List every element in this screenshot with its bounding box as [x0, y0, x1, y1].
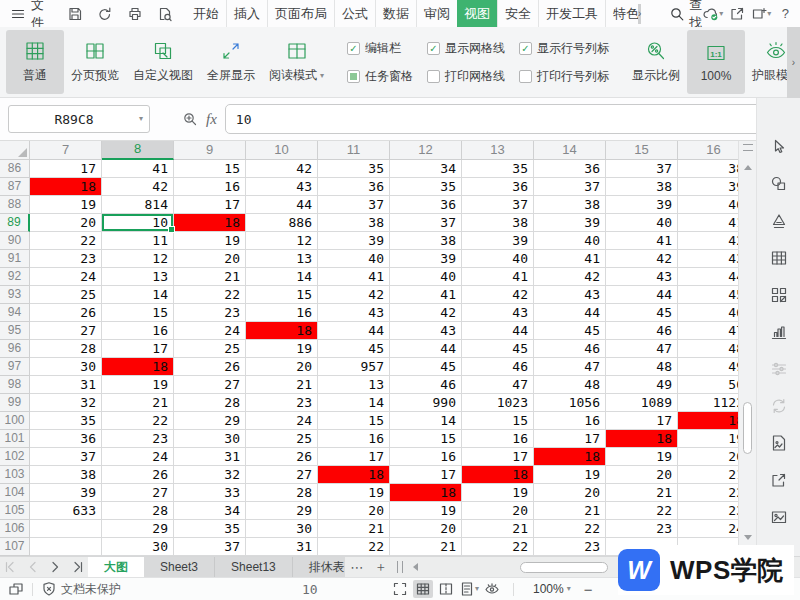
cell-r90c14[interactable]: 40 [534, 232, 606, 250]
cell-r91c14[interactable]: 41 [534, 250, 606, 268]
cell-r94c7[interactable]: 26 [30, 304, 102, 322]
tab-审阅[interactable]: 审阅 [416, 0, 457, 27]
cell-r103c9[interactable]: 32 [174, 466, 246, 484]
split-handle[interactable] [743, 144, 753, 151]
cell-r94c16[interactable]: 46 [678, 304, 738, 322]
cell-r88c8[interactable]: 814 [102, 196, 174, 214]
tab-视图[interactable]: 视图 [457, 0, 497, 27]
cell-r91c7[interactable]: 23 [30, 250, 102, 268]
cell-r89c11[interactable]: 38 [318, 214, 390, 232]
column-header-7[interactable]: 7 [30, 141, 102, 160]
ribbon-button-显示比例[interactable]: 显示比例 [625, 30, 687, 94]
cell-r87c11[interactable]: 36 [318, 178, 390, 196]
cell-r89c8[interactable]: 10 [102, 214, 174, 232]
cell-r107c12[interactable]: 21 [390, 538, 462, 556]
cell-r101c9[interactable]: 30 [174, 430, 246, 448]
select-all-corner[interactable] [0, 141, 30, 160]
cell-r99c12[interactable]: 990 [390, 394, 462, 412]
tab-安全[interactable]: 安全 [497, 0, 538, 27]
cell-r94c15[interactable]: 45 [606, 304, 678, 322]
cell-r97c10[interactable]: 20 [246, 358, 318, 376]
zoom-out-button[interactable]: − [584, 581, 593, 598]
cell-r86c9[interactable]: 15 [174, 160, 246, 178]
cell-r99c9[interactable]: 28 [174, 394, 246, 412]
cell-r107c11[interactable]: 22 [318, 538, 390, 556]
add-sheet-button[interactable]: ＋ [369, 557, 393, 577]
cell-r88c16[interactable]: 40 [678, 196, 738, 214]
ribbon-button-阅读模式[interactable]: 阅读模式▾ [262, 30, 331, 94]
cell-r105c14[interactable]: 21 [534, 502, 606, 520]
cell-r101c8[interactable]: 23 [102, 430, 174, 448]
cell-r100c7[interactable]: 35 [30, 412, 102, 430]
cell-r104c15[interactable]: 21 [606, 484, 678, 502]
cell-r102c8[interactable]: 24 [102, 448, 174, 466]
cell-r97c12[interactable]: 45 [390, 358, 462, 376]
cell-r96c11[interactable]: 45 [318, 340, 390, 358]
tab-开始[interactable]: 开始 [186, 0, 226, 27]
cell-r92c13[interactable]: 41 [462, 268, 534, 286]
cell-r87c14[interactable]: 37 [534, 178, 606, 196]
cell-r98c14[interactable]: 48 [534, 376, 606, 394]
vertical-scroll-thumb[interactable] [743, 402, 752, 454]
fullscreen-view-button[interactable] [390, 580, 410, 598]
cell-r91c9[interactable]: 20 [174, 250, 246, 268]
cell-r89c10[interactable]: 886 [246, 214, 318, 232]
cell-r102c10[interactable]: 26 [246, 448, 318, 466]
column-header-11[interactable]: 11 [318, 141, 390, 160]
cell-r86c16[interactable]: 38 [678, 160, 738, 178]
cell-r87c16[interactable]: 39 [678, 178, 738, 196]
cell-r103c7[interactable]: 38 [30, 466, 102, 484]
cell-r94c10[interactable]: 16 [246, 304, 318, 322]
cell-r106c10[interactable]: 30 [246, 520, 318, 538]
cell-r102c15[interactable]: 19 [606, 448, 678, 466]
cell-r99c16[interactable]: 1122 [678, 394, 738, 412]
cell-r92c9[interactable]: 21 [174, 268, 246, 286]
scroll-left-arrow[interactable] [413, 563, 418, 571]
cell-r89c7[interactable]: 20 [30, 214, 102, 232]
cell-r86c10[interactable]: 42 [246, 160, 318, 178]
cell-r92c12[interactable]: 40 [390, 268, 462, 286]
cell-r106c11[interactable]: 21 [318, 520, 390, 538]
new-window-button[interactable]: ▾ [750, 3, 772, 25]
column-header-10[interactable]: 10 [246, 141, 318, 160]
cell-r102c7[interactable]: 37 [30, 448, 102, 466]
horizontal-scroll-thumb[interactable] [520, 562, 608, 573]
cell-r96c15[interactable]: 47 [606, 340, 678, 358]
name-box-input[interactable] [9, 111, 139, 128]
cell-r104c12[interactable]: 18 [390, 484, 462, 502]
cell-r104c11[interactable]: 19 [318, 484, 390, 502]
tab-特色[interactable]: 特色 [605, 0, 638, 27]
pagebreak-view-button[interactable] [436, 580, 456, 598]
cell-r94c12[interactable]: 42 [390, 304, 462, 322]
cell-r89c14[interactable]: 39 [534, 214, 606, 232]
cell-r98c16[interactable]: 50 [678, 376, 738, 394]
cell-r106c9[interactable]: 35 [174, 520, 246, 538]
row-header-99[interactable]: 99 [0, 394, 30, 412]
sidebar-export-icon[interactable] [770, 471, 788, 489]
cell-r89c12[interactable]: 37 [390, 214, 462, 232]
name-box-caret-icon[interactable]: ▾ [139, 115, 143, 123]
tab-插入[interactable]: 插入 [226, 0, 267, 27]
cell-r94c13[interactable]: 43 [462, 304, 534, 322]
sidebar-filter-icon[interactable] [770, 360, 788, 378]
row-header-104[interactable]: 104 [0, 484, 30, 502]
sidebar-table-icon[interactable] [770, 249, 788, 267]
cell-r95c15[interactable]: 46 [606, 322, 678, 340]
cell-r104c9[interactable]: 33 [174, 484, 246, 502]
cell-r107c7[interactable] [30, 538, 102, 556]
cell-r93c15[interactable]: 44 [606, 286, 678, 304]
cell-r95c9[interactable]: 24 [174, 322, 246, 340]
cell-r104c16[interactable]: 22 [678, 484, 738, 502]
h-split-handle[interactable] [397, 561, 403, 573]
sidebar-pivot-icon[interactable] [770, 286, 788, 304]
prev-sheet-button[interactable] [22, 557, 44, 577]
document-protection-status[interactable]: 文档未保护 [41, 581, 121, 598]
row-header-88[interactable]: 88 [0, 196, 30, 214]
cell-r104c10[interactable]: 28 [246, 484, 318, 502]
cell-r86c15[interactable]: 37 [606, 160, 678, 178]
cell-r88c10[interactable]: 44 [246, 196, 318, 214]
cell-r96c10[interactable]: 19 [246, 340, 318, 358]
sheet-tab-Sheet3[interactable]: Sheet3 [144, 557, 215, 577]
column-header-9[interactable]: 9 [174, 141, 246, 160]
cell-r95c11[interactable]: 44 [318, 322, 390, 340]
